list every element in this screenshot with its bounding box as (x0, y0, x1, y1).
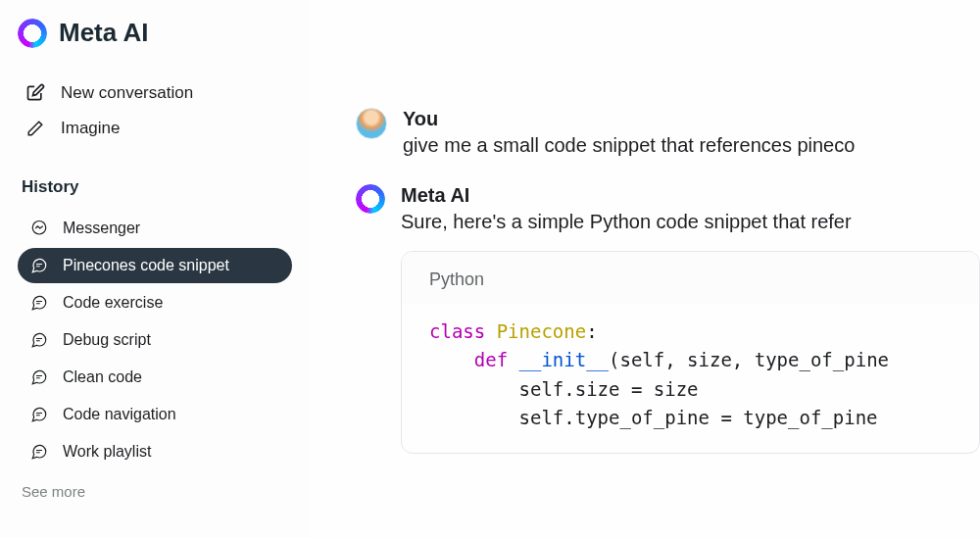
history-item-label: Clean code (63, 368, 142, 386)
code-language-label: Python (402, 252, 979, 304)
sidebar: Meta AI New conversation Imagine History (0, 0, 309, 538)
thread-icon (29, 367, 49, 387)
thread-icon (29, 293, 49, 313)
code-token: : (586, 320, 597, 342)
history-item-label: Pinecones code snippet (63, 257, 229, 274)
code-token: self.size = size (429, 378, 699, 400)
history-item-label: Debug script (63, 331, 151, 349)
meta-ai-avatar-icon (356, 184, 385, 214)
sidebar-item-code-exercise[interactable]: Code exercise (18, 285, 292, 320)
sidebar-item-code-navigation[interactable]: Code navigation (18, 397, 292, 432)
sidebar-item-clean-code[interactable]: Clean code (18, 360, 292, 395)
new-conversation-label: New conversation (61, 83, 193, 103)
code-content: class Pinecone: def __init__(self, size,… (402, 304, 979, 453)
imagine-label: Imagine (61, 119, 120, 138)
new-conversation-button[interactable]: New conversation (18, 75, 299, 111)
thread-icon (29, 405, 49, 424)
sidebar-item-messenger[interactable]: Messenger (18, 211, 292, 246)
code-token: self.type_of_pine = type_of_pine (429, 407, 878, 428)
code-token-keyword: class (429, 320, 485, 342)
imagine-button[interactable]: Imagine (18, 111, 299, 146)
sidebar-item-pinecones-code-snippet[interactable]: Pinecones code snippet (18, 248, 292, 283)
sidebar-item-work-playlist[interactable]: Work playlist (18, 434, 292, 469)
user-avatar (356, 108, 387, 139)
pencil-icon (25, 119, 45, 138)
assistant-message: Meta AI Sure, here's a simple Python cod… (309, 184, 980, 454)
sidebar-item-debug-script[interactable]: Debug script (18, 322, 292, 358)
code-token-class: Pinecone (485, 320, 586, 342)
history-item-label: Code navigation (63, 406, 176, 423)
primary-actions: New conversation Imagine (18, 75, 299, 146)
thread-icon (29, 330, 49, 350)
history-item-label: Code exercise (63, 294, 163, 312)
meta-ai-logo-icon (18, 19, 47, 48)
assistant-message-body: Meta AI Sure, here's a simple Python cod… (401, 184, 980, 454)
user-message-text: give me a small code snippet that refere… (403, 134, 980, 157)
brand: Meta AI (18, 18, 299, 48)
history-label: History (18, 177, 299, 197)
code-block: Python class Pinecone: def __init__(self… (401, 251, 980, 454)
see-more-button[interactable]: See more (18, 483, 299, 500)
messenger-icon (29, 219, 49, 238)
code-token-keyword: def (429, 349, 508, 370)
user-author-label: You (403, 108, 980, 130)
thread-icon (29, 256, 49, 275)
history-item-label: Work playlist (63, 443, 151, 461)
compose-icon (25, 83, 45, 103)
code-token-function: __init__ (508, 349, 609, 370)
user-message-body: You give me a small code snippet that re… (403, 108, 980, 157)
assistant-author-label: Meta AI (401, 184, 980, 207)
thread-icon (29, 442, 49, 462)
brand-title: Meta AI (59, 18, 149, 48)
code-token: (self, size, type_of_pine (609, 349, 889, 370)
history-item-label: Messenger (63, 220, 140, 237)
history-list: Messenger Pinecones code snippet Code ex… (18, 211, 299, 469)
user-message: You give me a small code snippet that re… (309, 108, 980, 157)
conversation-pane: You give me a small code snippet that re… (309, 0, 980, 538)
assistant-message-text: Sure, here's a simple Python code snippe… (401, 211, 980, 233)
